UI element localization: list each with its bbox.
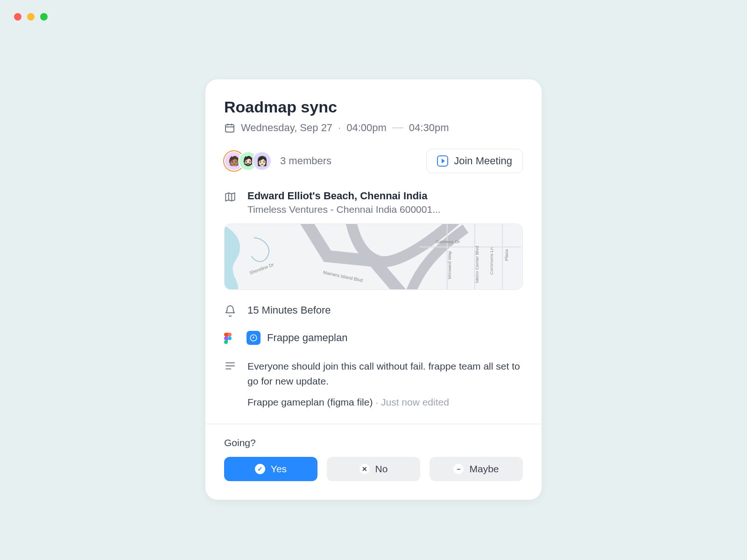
attachment-row[interactable]: Frappe gameplan bbox=[224, 331, 523, 345]
attachment-name: Frappe gameplan bbox=[267, 332, 347, 344]
avatar: 👩🏻 bbox=[252, 151, 272, 171]
traffic-lights bbox=[14, 13, 48, 21]
map-svg: Shoreline Dr Mainera Island Blvd Gateway… bbox=[225, 224, 522, 289]
svg-text:Plaza: Plaza bbox=[504, 249, 509, 261]
file-status: Just now edited bbox=[381, 397, 449, 407]
maximize-window-icon[interactable] bbox=[40, 13, 48, 21]
join-meeting-label: Join Meeting bbox=[454, 155, 512, 167]
rsvp-prompt: Going? bbox=[224, 437, 523, 448]
rsvp-maybe-label: Maybe bbox=[469, 463, 499, 475]
event-end-time: 04:30pm bbox=[409, 122, 449, 134]
rsvp-yes-button[interactable]: ✓ Yes bbox=[224, 457, 317, 481]
rsvp-section: Going? ✓ Yes ✕ No – Maybe bbox=[205, 424, 542, 500]
description-icon bbox=[224, 360, 236, 372]
map-preview[interactable]: Shoreline Dr Mainera Island Blvd Gateway… bbox=[224, 224, 523, 290]
figma-icon bbox=[224, 333, 235, 344]
app-badge-icon bbox=[247, 331, 261, 345]
rsvp-maybe-button[interactable]: – Maybe bbox=[430, 457, 523, 481]
map-icon bbox=[224, 191, 236, 203]
rsvp-no-label: No bbox=[375, 463, 388, 475]
rsvp-yes-label: Yes bbox=[271, 463, 287, 475]
svg-text:Gateway Dr: Gateway Dr bbox=[436, 239, 460, 244]
check-icon: ✓ bbox=[255, 464, 265, 474]
event-datetime: Wednesday, Sep 27 · 04:00pm 04:30pm bbox=[224, 122, 523, 134]
location-name: Edward Elliot's Beach, Chennai India bbox=[247, 190, 523, 202]
separator-dot: · bbox=[338, 122, 341, 134]
file-separator: · bbox=[373, 397, 381, 407]
file-line[interactable]: Frappe gameplan (figma file) · Just now … bbox=[247, 397, 523, 408]
svg-text:Winward Way: Winward Way bbox=[447, 251, 452, 279]
reminder-label: 15 Minutes Before bbox=[247, 304, 331, 316]
location-address: Timeless Ventures - Chennai India 600001… bbox=[247, 204, 523, 215]
play-icon bbox=[437, 155, 448, 167]
join-meeting-button[interactable]: Join Meeting bbox=[426, 149, 523, 173]
calendar-icon bbox=[224, 122, 235, 133]
svg-text:Commons Ln: Commons Ln bbox=[489, 247, 494, 275]
file-name: Frappe gameplan (figma file) bbox=[247, 397, 373, 407]
member-avatars[interactable]: 🧑🏽 🧔🏻 👩🏻 bbox=[224, 151, 272, 171]
bell-icon bbox=[224, 305, 236, 317]
event-description: Everyone should join this call without f… bbox=[247, 359, 523, 388]
description-row: Everyone should join this call without f… bbox=[224, 359, 523, 408]
event-date: Wednesday, Sep 27 bbox=[241, 122, 332, 134]
minimize-window-icon[interactable] bbox=[27, 13, 35, 21]
reminder-row[interactable]: 15 Minutes Before bbox=[224, 304, 523, 317]
event-title: Roadmap sync bbox=[224, 98, 523, 116]
minus-icon: – bbox=[453, 464, 464, 474]
svg-rect-0 bbox=[226, 125, 234, 132]
event-card: Roadmap sync Wednesday, Sep 27 · 04:00pm… bbox=[205, 79, 542, 500]
time-range-dash bbox=[392, 127, 403, 128]
svg-text:Metro Center Blvd: Metro Center Blvd bbox=[474, 246, 479, 283]
event-start-time: 04:00pm bbox=[346, 122, 387, 134]
rsvp-no-button[interactable]: ✕ No bbox=[327, 457, 420, 481]
location-row[interactable]: Edward Elliot's Beach, Chennai India Tim… bbox=[224, 190, 523, 215]
close-window-icon[interactable] bbox=[14, 13, 21, 21]
x-icon: ✕ bbox=[359, 464, 370, 474]
member-count: 3 members bbox=[280, 155, 331, 167]
